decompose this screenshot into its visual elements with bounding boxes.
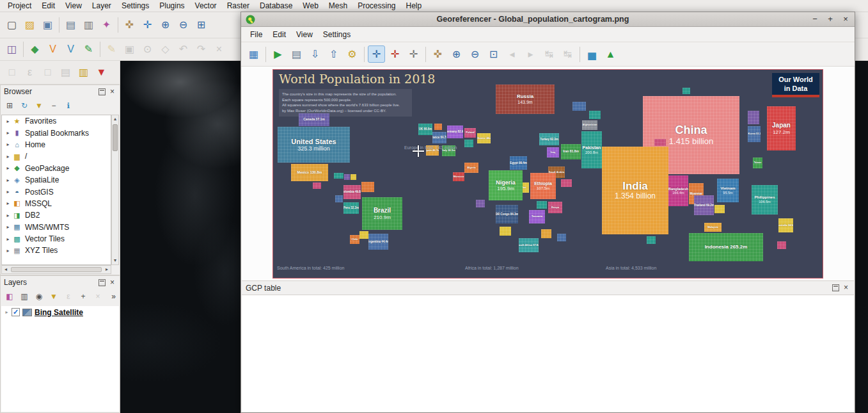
filter-browser-icon[interactable]: ▼ — [33, 99, 45, 112]
expander-icon[interactable]: ▸ — [4, 154, 12, 159]
zoom-to-layer-icon[interactable]: ⊡ — [485, 45, 502, 63]
gcp-close-icon[interactable]: × — [842, 284, 850, 291]
georef-menu-settings[interactable]: Settings — [318, 29, 356, 40]
pan-icon[interactable]: ✜ — [429, 45, 446, 63]
project-open-icon[interactable]: ▨ — [21, 17, 38, 34]
window-maximize-icon[interactable]: + — [826, 15, 835, 24]
browser-item-db2[interactable]: ▸◨DB2 — [2, 209, 111, 221]
qgis-menu-processing[interactable]: Processing — [352, 0, 400, 12]
cartogram-image[interactable]: World Population in 2018 The country's s… — [272, 69, 823, 279]
qgis-menu-edit[interactable]: Edit — [36, 0, 60, 12]
browser-item-item[interactable]: ▸▆/ — [2, 150, 111, 162]
scrollbar-thumb[interactable] — [113, 124, 118, 151]
filter-legend-icon[interactable]: ▼ — [47, 290, 60, 303]
browser-item-postgis[interactable]: ▸◓PostGIS — [2, 186, 111, 197]
manage-map-themes-icon[interactable]: ◉ — [33, 290, 45, 303]
save-gcp-points-icon[interactable]: ⇧ — [325, 45, 342, 63]
show-spatial-bookmarks-icon[interactable]: ▼ — [93, 64, 110, 81]
expander-icon[interactable]: ▸ — [3, 309, 11, 315]
add-point-icon[interactable]: ✛ — [368, 45, 385, 63]
show-layout-manager-icon[interactable]: ▥ — [80, 17, 97, 34]
browser-item-home[interactable]: ▸⌂Home — [2, 139, 111, 150]
expander-icon[interactable]: ▸ — [4, 189, 12, 195]
zoom-out-icon[interactable]: ⊖ — [466, 45, 484, 63]
refresh-browser-icon[interactable]: ↻ — [18, 99, 31, 112]
browser-horizontal-scrollbar[interactable]: ◂ ▸ — [1, 265, 111, 274]
new-temporary-scratch-layer-icon[interactable]: ✎ — [80, 41, 97, 58]
browser-vertical-scrollbar[interactable]: ▴ ▾ — [111, 115, 119, 265]
expander-icon[interactable]: ▸ — [4, 177, 12, 183]
zoom-out-icon[interactable]: ⊖ — [175, 17, 192, 34]
expander-icon[interactable]: ▸ — [4, 130, 12, 136]
expander-icon[interactable]: ▸ — [4, 248, 12, 254]
browser-float-icon[interactable] — [99, 88, 106, 95]
open-data-source-manager-icon[interactable]: ◫ — [3, 41, 20, 58]
georef-menu-file[interactable]: File — [245, 29, 267, 40]
layers-close-icon[interactable]: × — [108, 279, 116, 286]
open-raster-icon[interactable]: ▦ — [245, 45, 262, 63]
scroll-down-icon[interactable]: ▾ — [111, 257, 119, 264]
layer-item-bing-satellite[interactable]: ▸✓Bing Satellite — [1, 306, 119, 318]
collapse-all-icon[interactable]: − — [47, 99, 60, 112]
expander-icon[interactable]: ▸ — [4, 118, 12, 124]
scrollbar-thumb[interactable] — [11, 267, 102, 272]
scroll-left-icon[interactable]: ◂ — [2, 266, 10, 273]
expand-all-icon[interactable]: + — [77, 290, 90, 303]
qgis-menu-vector[interactable]: Vector — [190, 0, 222, 12]
georef-menu-edit[interactable]: Edit — [267, 29, 291, 40]
georeferencer-canvas[interactable]: World Population in 2018 The country's s… — [242, 67, 854, 280]
new-shapefile-layer-icon[interactable]: V — [44, 41, 61, 58]
new-geopackage-layer-icon[interactable]: ◆ — [26, 41, 43, 58]
transformation-settings-icon[interactable]: ⚙ — [343, 45, 361, 63]
new-print-layout-icon[interactable]: ▤ — [62, 17, 79, 34]
toolbar-overflow-icon[interactable]: » — [111, 292, 118, 301]
load-gcp-points-icon[interactable]: ⇩ — [306, 45, 324, 63]
browser-item-mssql[interactable]: ▸◧MSSQL — [2, 198, 111, 209]
expander-icon[interactable]: ▸ — [4, 213, 12, 218]
qgis-menu-mesh[interactable]: Mesh — [324, 0, 352, 12]
move-gcp-point-icon[interactable]: ✛ — [405, 45, 422, 63]
qgis-menu-settings[interactable]: Settings — [116, 0, 154, 12]
browser-item-spatial-bookmarks[interactable]: ▸▮Spatial Bookmarks — [2, 127, 111, 138]
browser-close-icon[interactable]: × — [108, 88, 116, 95]
full-histogram-stretch-icon[interactable]: ▅ — [583, 45, 601, 63]
qgis-menu-project[interactable]: Project — [3, 0, 36, 12]
new-virtual-layer-icon[interactable]: V — [62, 41, 79, 58]
start-georeferencing-icon[interactable]: ▶ — [269, 45, 287, 63]
pan-to-selection-icon[interactable]: ✛ — [139, 17, 156, 34]
zoom-full-icon[interactable]: ⊞ — [193, 17, 210, 34]
browser-item-vector-tiles[interactable]: ▸▩Vector Tiles — [2, 233, 111, 245]
qgis-menu-raster[interactable]: Raster — [222, 0, 255, 12]
project-new-icon[interactable]: ▢ — [3, 17, 20, 34]
delete-point-icon[interactable]: ✛ — [386, 45, 404, 63]
qgis-menu-view[interactable]: View — [60, 0, 87, 12]
expander-icon[interactable]: ▸ — [4, 200, 12, 206]
zoom-in-icon[interactable]: ⊕ — [157, 17, 174, 34]
expander-icon[interactable]: ▸ — [4, 142, 12, 147]
style-manager-icon[interactable]: ✦ — [98, 17, 115, 34]
project-save-icon[interactable]: ▣ — [39, 17, 56, 34]
expander-icon[interactable]: ▸ — [4, 165, 12, 171]
zoom-in-icon[interactable]: ⊕ — [448, 45, 465, 63]
georeferencer-titlebar[interactable]: Georeferencer - Global_population_cartog… — [241, 12, 855, 27]
qgis-menu-help[interactable]: Help — [401, 0, 427, 12]
open-layer-styling-panel-icon[interactable]: ◧ — [3, 290, 16, 303]
window-close-icon[interactable]: × — [841, 15, 850, 24]
browser-item-favorites[interactable]: ▸★Favorites — [2, 115, 111, 127]
qgis-menu-layer[interactable]: Layer — [87, 0, 116, 12]
local-histogram-stretch-icon[interactable]: ▲ — [602, 45, 619, 63]
gcp-float-icon[interactable] — [832, 284, 839, 291]
expander-icon[interactable]: ▸ — [4, 236, 12, 242]
qgis-menu-database[interactable]: Database — [255, 0, 297, 12]
scroll-up-icon[interactable]: ▴ — [111, 115, 119, 123]
browser-item-wms-wmts[interactable]: ▸▦WMS/WMTS — [2, 222, 111, 233]
add-group-icon[interactable]: ▥ — [18, 290, 31, 303]
layer-checkbox[interactable]: ✓ — [12, 308, 20, 316]
browser-item-spatialite[interactable]: ▸◈SpatiaLite — [2, 174, 111, 186]
new-spatial-bookmark-icon[interactable]: ▥ — [75, 64, 92, 81]
scroll-right-icon[interactable]: ▸ — [103, 266, 111, 273]
window-minimize-icon[interactable]: − — [810, 15, 819, 24]
pan-map-icon[interactable]: ✜ — [121, 17, 138, 34]
layers-float-icon[interactable] — [99, 279, 106, 286]
browser-item-geopackage[interactable]: ▸◆GeoPackage — [2, 163, 111, 174]
